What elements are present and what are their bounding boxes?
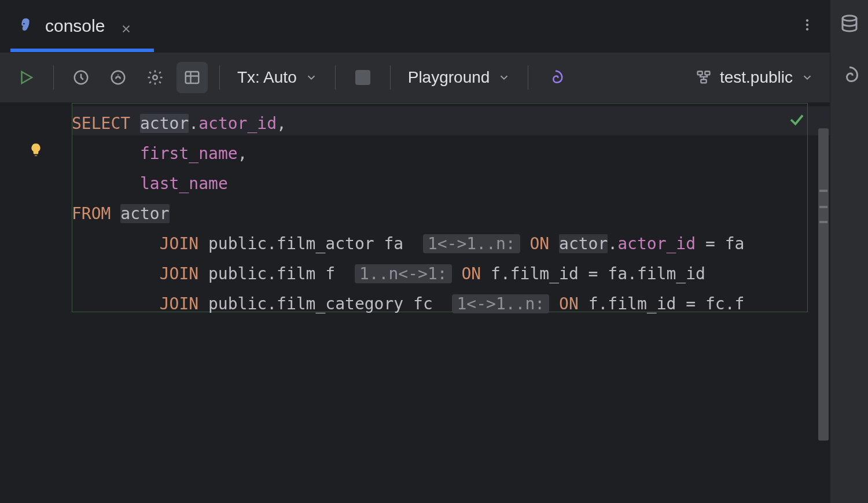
scrollbar-mark (819, 221, 827, 223)
svg-point-2 (806, 28, 808, 30)
lightbulb-icon[interactable] (28, 142, 43, 160)
svg-point-1 (806, 24, 808, 26)
active-tab-indicator (10, 49, 154, 52)
settings-button[interactable] (139, 62, 171, 93)
editor[interactable]: SELECT actor.actor_id, first_name, last_… (0, 103, 830, 503)
explain-plan-button[interactable] (102, 62, 134, 93)
svg-rect-8 (705, 72, 709, 75)
code-text[interactable]: SELECT actor.actor_id, first_name, last_… (72, 109, 830, 319)
scrollbar[interactable] (817, 103, 830, 503)
svg-point-10 (843, 16, 856, 21)
close-icon[interactable] (120, 20, 133, 32)
tx-label: Tx: Auto (237, 68, 297, 87)
ai-tool-button[interactable] (839, 65, 860, 88)
svg-rect-7 (697, 72, 702, 75)
schema-dropdown[interactable]: test.public (690, 68, 819, 87)
chevron-down-icon (801, 71, 814, 84)
svg-point-5 (153, 75, 157, 80)
separator (390, 65, 391, 90)
schema-label: test.public (720, 68, 793, 87)
separator (335, 65, 336, 90)
session-mode-dropdown[interactable]: Playground (402, 68, 517, 87)
svg-rect-9 (701, 80, 706, 83)
tx-mode-dropdown[interactable]: Tx: Auto (231, 68, 323, 87)
mode-label: Playground (408, 68, 490, 87)
tab-console[interactable]: console (0, 0, 149, 52)
right-tool-rail (830, 0, 868, 503)
chevron-down-icon (498, 71, 510, 84)
tab-bar: console (0, 0, 830, 52)
database-tool-button[interactable] (839, 14, 860, 37)
stop-button[interactable] (347, 62, 378, 93)
run-button[interactable] (10, 62, 42, 93)
gutter (0, 103, 72, 503)
scrollbar-mark (819, 190, 827, 192)
scrollbar-thumb[interactable] (818, 128, 829, 441)
postgres-icon (16, 17, 35, 35)
svg-rect-6 (186, 72, 199, 83)
code-area[interactable]: SELECT actor.actor_id, first_name, last_… (72, 103, 830, 503)
tab-title: console (45, 16, 105, 36)
ai-assistant-button[interactable] (540, 62, 571, 93)
separator (528, 65, 528, 90)
toolbar: Tx: Auto Playground test.public (0, 52, 830, 103)
scrollbar-mark (819, 206, 827, 208)
separator (219, 65, 220, 90)
output-table-button[interactable] (176, 62, 208, 93)
schema-icon (696, 69, 712, 86)
separator (53, 65, 54, 90)
stop-icon (355, 70, 370, 85)
history-button[interactable] (65, 62, 97, 93)
svg-point-0 (806, 19, 808, 21)
tab-more-button[interactable] (800, 17, 815, 35)
chevron-down-icon (305, 71, 318, 84)
